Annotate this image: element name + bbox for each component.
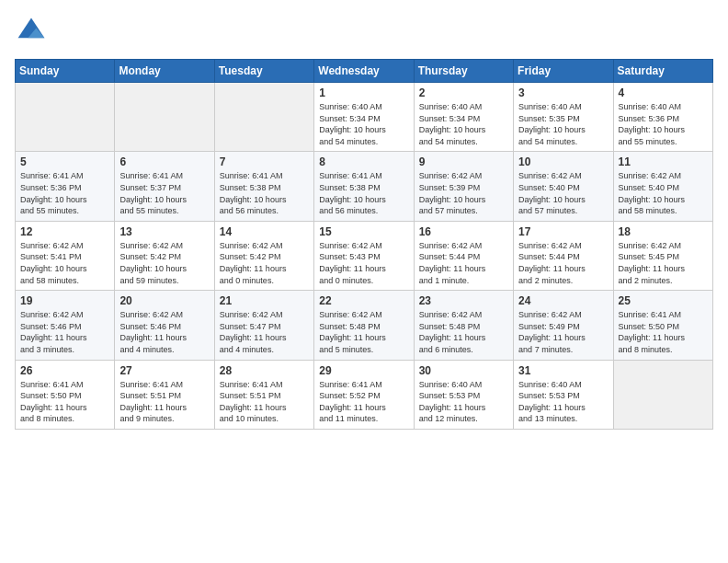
calendar-cell: 11Sunrise: 6:42 AM Sunset: 5:40 PM Dayli… [613, 152, 712, 221]
calendar-cell: 6Sunrise: 6:41 AM Sunset: 5:37 PM Daylig… [115, 152, 214, 221]
day-number: 21 [220, 294, 309, 307]
day-info: Sunrise: 6:42 AM Sunset: 5:49 PM Dayligh… [518, 309, 608, 355]
day-number: 22 [319, 294, 408, 307]
calendar-cell: 27Sunrise: 6:41 AM Sunset: 5:51 PM Dayli… [115, 360, 214, 429]
day-info: Sunrise: 6:41 AM Sunset: 5:37 PM Dayligh… [119, 170, 209, 216]
calendar-cell [613, 360, 712, 429]
day-info: Sunrise: 6:42 AM Sunset: 5:39 PM Dayligh… [419, 170, 508, 216]
day-number: 3 [518, 86, 608, 99]
calendar-cell: 15Sunrise: 6:42 AM Sunset: 5:43 PM Dayli… [314, 221, 414, 290]
day-number: 17 [518, 225, 608, 238]
calendar-cell: 14Sunrise: 6:42 AM Sunset: 5:42 PM Dayli… [214, 221, 313, 290]
day-number: 25 [619, 294, 708, 307]
calendar-cell: 17Sunrise: 6:42 AM Sunset: 5:44 PM Dayli… [514, 221, 613, 290]
day-info: Sunrise: 6:42 AM Sunset: 5:44 PM Dayligh… [419, 240, 508, 286]
day-info: Sunrise: 6:41 AM Sunset: 5:52 PM Dayligh… [319, 379, 408, 425]
calendar-cell: 18Sunrise: 6:42 AM Sunset: 5:45 PM Dayli… [613, 221, 712, 290]
calendar-cell: 26Sunrise: 6:41 AM Sunset: 5:50 PM Dayli… [16, 360, 115, 429]
day-number: 28 [220, 364, 309, 377]
day-number: 1 [319, 86, 408, 99]
day-info: Sunrise: 6:42 AM Sunset: 5:44 PM Dayligh… [518, 240, 608, 286]
day-number: 29 [319, 364, 408, 377]
day-info: Sunrise: 6:41 AM Sunset: 5:51 PM Dayligh… [220, 379, 309, 425]
day-info: Sunrise: 6:40 AM Sunset: 5:53 PM Dayligh… [419, 379, 508, 425]
day-info: Sunrise: 6:42 AM Sunset: 5:46 PM Dayligh… [20, 309, 109, 355]
day-info: Sunrise: 6:42 AM Sunset: 5:43 PM Dayligh… [319, 240, 408, 286]
column-header-tuesday: Tuesday [214, 60, 313, 83]
day-number: 19 [20, 294, 109, 307]
day-info: Sunrise: 6:40 AM Sunset: 5:36 PM Dayligh… [619, 101, 708, 147]
calendar-cell: 13Sunrise: 6:42 AM Sunset: 5:42 PM Dayli… [115, 221, 214, 290]
calendar-week-row: 12Sunrise: 6:42 AM Sunset: 5:41 PM Dayli… [16, 221, 713, 290]
day-info: Sunrise: 6:42 AM Sunset: 5:42 PM Dayligh… [220, 240, 309, 286]
calendar-cell: 29Sunrise: 6:41 AM Sunset: 5:52 PM Dayli… [314, 360, 414, 429]
day-info: Sunrise: 6:42 AM Sunset: 5:40 PM Dayligh… [518, 170, 608, 216]
calendar-cell: 5Sunrise: 6:41 AM Sunset: 5:36 PM Daylig… [16, 152, 115, 221]
calendar-cell: 1Sunrise: 6:40 AM Sunset: 5:34 PM Daylig… [314, 83, 414, 152]
day-number: 31 [518, 364, 608, 377]
day-info: Sunrise: 6:42 AM Sunset: 5:48 PM Dayligh… [419, 309, 508, 355]
page-header [15, 15, 713, 48]
day-info: Sunrise: 6:40 AM Sunset: 5:35 PM Dayligh… [518, 101, 608, 147]
calendar-cell: 7Sunrise: 6:41 AM Sunset: 5:38 PM Daylig… [214, 152, 313, 221]
day-info: Sunrise: 6:41 AM Sunset: 5:38 PM Dayligh… [220, 170, 309, 216]
day-info: Sunrise: 6:40 AM Sunset: 5:34 PM Dayligh… [319, 101, 408, 147]
column-header-friday: Friday [514, 60, 613, 83]
column-header-wednesday: Wednesday [314, 60, 414, 83]
day-number: 18 [619, 225, 708, 238]
calendar-header-row: SundayMondayTuesdayWednesdayThursdayFrid… [16, 60, 713, 83]
day-info: Sunrise: 6:42 AM Sunset: 5:46 PM Dayligh… [119, 309, 209, 355]
column-header-saturday: Saturday [613, 60, 712, 83]
day-number: 11 [619, 155, 708, 168]
calendar-week-row: 19Sunrise: 6:42 AM Sunset: 5:46 PM Dayli… [16, 291, 713, 360]
day-number: 24 [518, 294, 608, 307]
day-info: Sunrise: 6:41 AM Sunset: 5:50 PM Dayligh… [619, 309, 708, 355]
day-number: 6 [119, 155, 209, 168]
calendar-cell [214, 83, 313, 152]
day-number: 8 [319, 155, 408, 168]
calendar-cell: 4Sunrise: 6:40 AM Sunset: 5:36 PM Daylig… [613, 83, 712, 152]
calendar-week-row: 26Sunrise: 6:41 AM Sunset: 5:50 PM Dayli… [16, 360, 713, 429]
calendar-cell: 3Sunrise: 6:40 AM Sunset: 5:35 PM Daylig… [514, 83, 613, 152]
calendar-cell: 23Sunrise: 6:42 AM Sunset: 5:48 PM Dayli… [414, 291, 513, 360]
logo-icon [15, 15, 48, 48]
calendar-cell: 24Sunrise: 6:42 AM Sunset: 5:49 PM Dayli… [514, 291, 613, 360]
day-number: 10 [518, 155, 608, 168]
calendar-table: SundayMondayTuesdayWednesdayThursdayFrid… [15, 59, 713, 430]
calendar-week-row: 1Sunrise: 6:40 AM Sunset: 5:34 PM Daylig… [16, 83, 713, 152]
day-info: Sunrise: 6:42 AM Sunset: 5:42 PM Dayligh… [119, 240, 209, 286]
calendar-cell: 12Sunrise: 6:42 AM Sunset: 5:41 PM Dayli… [16, 221, 115, 290]
calendar-cell [115, 83, 214, 152]
day-number: 14 [220, 225, 309, 238]
calendar-cell: 22Sunrise: 6:42 AM Sunset: 5:48 PM Dayli… [314, 291, 414, 360]
day-number: 20 [119, 294, 209, 307]
day-number: 26 [20, 364, 109, 377]
calendar-week-row: 5Sunrise: 6:41 AM Sunset: 5:36 PM Daylig… [16, 152, 713, 221]
day-number: 16 [419, 225, 508, 238]
column-header-monday: Monday [115, 60, 214, 83]
column-header-thursday: Thursday [414, 60, 513, 83]
calendar-cell [16, 83, 115, 152]
calendar-cell: 16Sunrise: 6:42 AM Sunset: 5:44 PM Dayli… [414, 221, 513, 290]
day-info: Sunrise: 6:41 AM Sunset: 5:36 PM Dayligh… [20, 170, 109, 216]
day-info: Sunrise: 6:40 AM Sunset: 5:53 PM Dayligh… [518, 379, 608, 425]
day-info: Sunrise: 6:42 AM Sunset: 5:47 PM Dayligh… [220, 309, 309, 355]
calendar-cell: 31Sunrise: 6:40 AM Sunset: 5:53 PM Dayli… [514, 360, 613, 429]
day-info: Sunrise: 6:40 AM Sunset: 5:34 PM Dayligh… [419, 101, 508, 147]
calendar-cell: 20Sunrise: 6:42 AM Sunset: 5:46 PM Dayli… [115, 291, 214, 360]
day-info: Sunrise: 6:42 AM Sunset: 5:41 PM Dayligh… [20, 240, 109, 286]
day-number: 7 [220, 155, 309, 168]
column-header-sunday: Sunday [16, 60, 115, 83]
day-number: 12 [20, 225, 109, 238]
day-info: Sunrise: 6:41 AM Sunset: 5:50 PM Dayligh… [20, 379, 109, 425]
day-number: 9 [419, 155, 508, 168]
day-info: Sunrise: 6:42 AM Sunset: 5:40 PM Dayligh… [619, 170, 708, 216]
day-number: 2 [419, 86, 508, 99]
day-number: 13 [119, 225, 209, 238]
day-number: 15 [319, 225, 408, 238]
calendar-cell: 8Sunrise: 6:41 AM Sunset: 5:38 PM Daylig… [314, 152, 414, 221]
day-info: Sunrise: 6:42 AM Sunset: 5:48 PM Dayligh… [319, 309, 408, 355]
calendar-cell: 9Sunrise: 6:42 AM Sunset: 5:39 PM Daylig… [414, 152, 513, 221]
day-number: 27 [119, 364, 209, 377]
day-info: Sunrise: 6:41 AM Sunset: 5:51 PM Dayligh… [119, 379, 209, 425]
